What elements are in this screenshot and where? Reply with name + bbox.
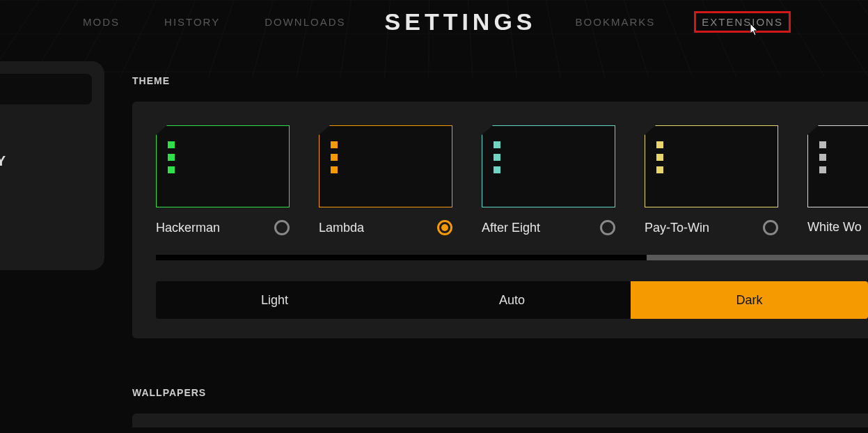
nav-mods[interactable]: MODS — [77, 13, 125, 31]
theme-item-hackerman[interactable]: Hackerman — [156, 125, 290, 235]
theme-preview — [807, 125, 868, 207]
accent-dot-icon — [819, 154, 826, 161]
theme-label: Hackerman — [156, 221, 220, 235]
accent-dot-icon — [494, 141, 500, 148]
scrollbar-track — [156, 255, 647, 260]
theme-preview — [645, 125, 778, 207]
theme-radio[interactable] — [274, 220, 290, 235]
theme-label: Lambda — [319, 221, 364, 235]
theme-radio[interactable] — [763, 220, 778, 235]
themes-scrollbar[interactable] — [156, 255, 868, 260]
nav-downloads[interactable]: DOWNLOADS — [259, 13, 351, 31]
accent-dot-icon — [168, 166, 175, 173]
nav-history[interactable]: HISTORY — [159, 13, 226, 31]
sidebar-item-security[interactable]: URITY — [0, 153, 92, 169]
theme-preview — [482, 125, 615, 207]
nav-bookmarks[interactable]: BOOKMARKS — [570, 13, 661, 31]
theme-radio[interactable] — [600, 220, 615, 235]
theme-label: After Eight — [482, 221, 540, 235]
sidebar-search-box[interactable] — [0, 74, 92, 104]
accent-dot-icon — [656, 141, 663, 148]
accent-dot-icon — [819, 166, 826, 173]
section-title-theme: THEME — [132, 75, 868, 86]
appearance-mode-toggle: Light Auto Dark — [156, 281, 868, 319]
theme-item-lambda[interactable]: Lambda — [319, 125, 452, 235]
nav-extensions[interactable]: EXTENSIONS — [694, 11, 791, 33]
accent-dot-icon — [819, 141, 826, 148]
main-content: THEME Hackerman — [132, 75, 868, 427]
section-title-wallpapers: WALLPAPERS — [132, 387, 868, 398]
accent-dot-icon — [656, 154, 663, 161]
theme-item-pay-to-win[interactable]: Pay-To-Win — [645, 125, 778, 235]
mode-auto-button[interactable]: Auto — [393, 281, 631, 319]
mode-light-button[interactable]: Light — [156, 281, 393, 319]
accent-dot-icon — [331, 141, 338, 148]
theme-label: White Wo — [807, 220, 862, 235]
theme-preview — [156, 125, 290, 207]
accent-dot-icon — [331, 154, 338, 161]
sidebar-panel: URITY — [0, 61, 104, 270]
mode-dark-button[interactable]: Dark — [631, 281, 868, 319]
theme-item-after-eight[interactable]: After Eight — [482, 125, 615, 235]
theme-label: Pay-To-Win — [645, 221, 709, 235]
theme-item-white-wo[interactable]: White Wo — [807, 125, 868, 235]
scrollbar-thumb[interactable] — [647, 255, 868, 260]
nav-title-settings: SETTINGS — [385, 8, 537, 36]
accent-dot-icon — [168, 141, 175, 148]
wallpapers-panel — [132, 414, 868, 427]
theme-preview — [319, 125, 452, 207]
accent-dot-icon — [494, 166, 500, 173]
accent-dot-icon — [494, 154, 500, 161]
accent-dot-icon — [656, 166, 663, 173]
top-nav: MODS HISTORY DOWNLOADS SETTINGS BOOKMARK… — [0, 0, 868, 35]
accent-dot-icon — [331, 166, 338, 173]
theme-panel: Hackerman Lambda — [132, 102, 868, 338]
accent-dot-icon — [168, 154, 175, 161]
theme-radio[interactable] — [437, 220, 452, 235]
themes-row: Hackerman Lambda — [156, 125, 868, 235]
